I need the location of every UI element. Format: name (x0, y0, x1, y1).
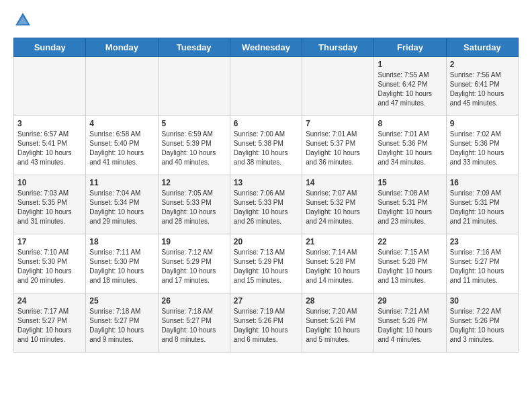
calendar-cell: 1Sunrise: 7:55 AM Sunset: 6:42 PM Daylig… (374, 57, 446, 116)
calendar-cell: 3Sunrise: 6:57 AM Sunset: 5:41 PM Daylig… (14, 116, 86, 175)
calendar-cell: 18Sunrise: 7:11 AM Sunset: 5:30 PM Dayli… (86, 234, 158, 293)
logo-icon (13, 11, 32, 30)
day-number: 8 (378, 119, 442, 128)
day-info: Sunrise: 7:04 AM Sunset: 5:34 PM Dayligh… (89, 189, 154, 226)
calendar-cell: 17Sunrise: 7:10 AM Sunset: 5:30 PM Dayli… (14, 234, 86, 293)
day-number: 11 (89, 178, 154, 187)
day-number: 17 (17, 237, 82, 246)
calendar-cell: 5Sunrise: 6:59 AM Sunset: 5:39 PM Daylig… (158, 116, 230, 175)
day-number: 16 (450, 178, 515, 187)
day-info: Sunrise: 7:21 AM Sunset: 5:26 PM Dayligh… (378, 307, 442, 345)
day-number: 19 (162, 237, 226, 246)
day-info: Sunrise: 7:16 AM Sunset: 5:27 PM Dayligh… (450, 248, 515, 285)
calendar-cell: 15Sunrise: 7:08 AM Sunset: 5:31 PM Dayli… (374, 175, 446, 234)
weekday-header-sunday: Sunday (14, 38, 86, 57)
weekday-header-row: SundayMondayTuesdayWednesdayThursdayFrid… (14, 38, 519, 57)
calendar-week-row-0: 1Sunrise: 7:55 AM Sunset: 6:42 PM Daylig… (14, 57, 519, 116)
day-number: 22 (378, 237, 442, 246)
calendar-cell: 30Sunrise: 7:22 AM Sunset: 5:26 PM Dayli… (446, 293, 518, 353)
day-number: 2 (450, 60, 515, 69)
calendar-cell: 10Sunrise: 7:03 AM Sunset: 5:35 PM Dayli… (14, 175, 86, 234)
weekday-header-thursday: Thursday (302, 38, 374, 57)
day-number: 7 (306, 119, 370, 128)
calendar-cell (14, 57, 86, 116)
calendar-body: 1Sunrise: 7:55 AM Sunset: 6:42 PM Daylig… (14, 57, 519, 353)
calendar-cell: 25Sunrise: 7:18 AM Sunset: 5:27 PM Dayli… (86, 293, 158, 353)
weekday-header-tuesday: Tuesday (158, 38, 230, 57)
day-number: 9 (450, 119, 515, 128)
calendar-cell: 9Sunrise: 7:02 AM Sunset: 5:36 PM Daylig… (446, 116, 518, 175)
day-info: Sunrise: 7:10 AM Sunset: 5:30 PM Dayligh… (17, 248, 82, 285)
day-number: 12 (162, 178, 226, 187)
header (13, 11, 519, 30)
calendar-cell: 26Sunrise: 7:18 AM Sunset: 5:27 PM Dayli… (158, 293, 230, 353)
day-info: Sunrise: 7:56 AM Sunset: 6:41 PM Dayligh… (450, 71, 515, 108)
calendar-cell: 23Sunrise: 7:16 AM Sunset: 5:27 PM Dayli… (446, 234, 518, 293)
day-number: 6 (234, 119, 298, 128)
day-number: 26 (162, 296, 226, 306)
weekday-header-monday: Monday (86, 38, 158, 57)
calendar-cell: 28Sunrise: 7:20 AM Sunset: 5:26 PM Dayli… (302, 293, 374, 353)
calendar-cell (158, 57, 230, 116)
day-info: Sunrise: 7:19 AM Sunset: 5:26 PM Dayligh… (234, 307, 298, 345)
day-info: Sunrise: 6:57 AM Sunset: 5:41 PM Dayligh… (17, 130, 82, 167)
day-number: 24 (17, 296, 82, 306)
calendar-cell (86, 57, 158, 116)
day-info: Sunrise: 7:17 AM Sunset: 5:27 PM Dayligh… (17, 307, 82, 345)
calendar-cell (302, 57, 374, 116)
day-number: 5 (162, 119, 226, 128)
calendar-cell: 4Sunrise: 6:58 AM Sunset: 5:40 PM Daylig… (86, 116, 158, 175)
day-info: Sunrise: 7:06 AM Sunset: 5:33 PM Dayligh… (234, 189, 298, 226)
day-number: 21 (306, 237, 370, 246)
day-info: Sunrise: 7:05 AM Sunset: 5:33 PM Dayligh… (162, 189, 226, 226)
day-number: 1 (378, 60, 442, 69)
calendar-cell: 29Sunrise: 7:21 AM Sunset: 5:26 PM Dayli… (374, 293, 446, 353)
calendar-cell: 20Sunrise: 7:13 AM Sunset: 5:29 PM Dayli… (230, 234, 302, 293)
day-info: Sunrise: 7:08 AM Sunset: 5:31 PM Dayligh… (378, 189, 442, 226)
day-info: Sunrise: 7:03 AM Sunset: 5:35 PM Dayligh… (17, 189, 82, 226)
day-number: 28 (306, 296, 370, 306)
day-number: 13 (234, 178, 298, 187)
day-info: Sunrise: 7:20 AM Sunset: 5:26 PM Dayligh… (306, 307, 370, 345)
day-number: 29 (378, 296, 442, 306)
weekday-header-saturday: Saturday (446, 38, 518, 57)
calendar-week-row-1: 3Sunrise: 6:57 AM Sunset: 5:41 PM Daylig… (14, 116, 519, 175)
day-number: 18 (89, 237, 154, 246)
day-info: Sunrise: 7:55 AM Sunset: 6:42 PM Dayligh… (378, 71, 442, 108)
calendar-cell (230, 57, 302, 116)
day-info: Sunrise: 7:22 AM Sunset: 5:26 PM Dayligh… (450, 307, 515, 345)
calendar-cell: 13Sunrise: 7:06 AM Sunset: 5:33 PM Dayli… (230, 175, 302, 234)
day-info: Sunrise: 7:07 AM Sunset: 5:32 PM Dayligh… (306, 189, 370, 226)
day-info: Sunrise: 7:02 AM Sunset: 5:36 PM Dayligh… (450, 130, 515, 167)
day-number: 25 (89, 296, 154, 306)
day-info: Sunrise: 7:11 AM Sunset: 5:30 PM Dayligh… (89, 248, 154, 285)
day-number: 27 (234, 296, 298, 306)
calendar-cell: 12Sunrise: 7:05 AM Sunset: 5:33 PM Dayli… (158, 175, 230, 234)
day-info: Sunrise: 7:09 AM Sunset: 5:31 PM Dayligh… (450, 189, 515, 226)
day-number: 10 (17, 178, 82, 187)
calendar-cell: 7Sunrise: 7:01 AM Sunset: 5:37 PM Daylig… (302, 116, 374, 175)
calendar-cell: 6Sunrise: 7:00 AM Sunset: 5:38 PM Daylig… (230, 116, 302, 175)
calendar-cell: 16Sunrise: 7:09 AM Sunset: 5:31 PM Dayli… (446, 175, 518, 234)
calendar-cell: 21Sunrise: 7:14 AM Sunset: 5:28 PM Dayli… (302, 234, 374, 293)
day-number: 4 (89, 119, 154, 128)
calendar-cell: 22Sunrise: 7:15 AM Sunset: 5:28 PM Dayli… (374, 234, 446, 293)
day-number: 23 (450, 237, 515, 246)
day-info: Sunrise: 7:01 AM Sunset: 5:37 PM Dayligh… (306, 130, 370, 167)
day-number: 30 (450, 296, 515, 306)
day-info: Sunrise: 7:18 AM Sunset: 5:27 PM Dayligh… (89, 307, 154, 345)
day-info: Sunrise: 7:00 AM Sunset: 5:38 PM Dayligh… (234, 130, 298, 167)
calendar-week-row-3: 17Sunrise: 7:10 AM Sunset: 5:30 PM Dayli… (14, 234, 519, 293)
day-number: 3 (17, 119, 82, 128)
day-info: Sunrise: 7:14 AM Sunset: 5:28 PM Dayligh… (306, 248, 370, 285)
day-info: Sunrise: 7:18 AM Sunset: 5:27 PM Dayligh… (162, 307, 226, 345)
calendar-cell: 11Sunrise: 7:04 AM Sunset: 5:34 PM Dayli… (86, 175, 158, 234)
calendar-cell: 24Sunrise: 7:17 AM Sunset: 5:27 PM Dayli… (14, 293, 86, 353)
calendar-cell: 19Sunrise: 7:12 AM Sunset: 5:29 PM Dayli… (158, 234, 230, 293)
calendar-week-row-4: 24Sunrise: 7:17 AM Sunset: 5:27 PM Dayli… (14, 293, 519, 353)
calendar-cell: 8Sunrise: 7:01 AM Sunset: 5:36 PM Daylig… (374, 116, 446, 175)
calendar-header: SundayMondayTuesdayWednesdayThursdayFrid… (14, 38, 519, 57)
calendar-cell: 2Sunrise: 7:56 AM Sunset: 6:41 PM Daylig… (446, 57, 518, 116)
day-info: Sunrise: 6:59 AM Sunset: 5:39 PM Dayligh… (162, 130, 226, 167)
day-number: 14 (306, 178, 370, 187)
